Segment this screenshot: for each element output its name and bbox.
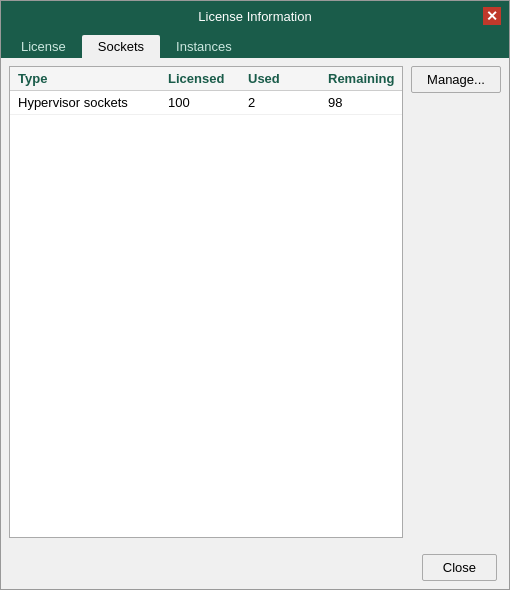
- col-remaining: Remaining: [328, 71, 403, 86]
- tab-instances[interactable]: Instances: [160, 35, 248, 58]
- table-header: Type Licensed Used Remaining: [10, 67, 402, 91]
- manage-button[interactable]: Manage...: [411, 66, 501, 93]
- footer: Close: [1, 546, 509, 589]
- data-table: Type Licensed Used Remaining Hypervisor …: [9, 66, 403, 538]
- close-icon[interactable]: ✕: [483, 7, 501, 25]
- cell-used: 2: [248, 95, 328, 110]
- dialog-title: License Information: [27, 9, 483, 24]
- cell-remaining: 98: [328, 95, 402, 110]
- table-body: Hypervisor sockets 100 2 98: [10, 91, 402, 537]
- col-licensed: Licensed: [168, 71, 248, 86]
- col-type: Type: [18, 71, 168, 86]
- cell-type: Hypervisor sockets: [18, 95, 168, 110]
- title-bar: License Information ✕: [1, 1, 509, 31]
- cell-licensed: 100: [168, 95, 248, 110]
- license-info-dialog: License Information ✕ License Sockets In…: [0, 0, 510, 590]
- table-row[interactable]: Hypervisor sockets 100 2 98: [10, 91, 402, 115]
- content-area: Type Licensed Used Remaining Hypervisor …: [1, 58, 509, 546]
- tab-bar: License Sockets Instances: [1, 31, 509, 58]
- side-buttons: Manage...: [411, 66, 501, 538]
- col-used: Used: [248, 71, 328, 86]
- tab-license[interactable]: License: [5, 35, 82, 58]
- tab-sockets[interactable]: Sockets: [82, 35, 160, 58]
- close-button[interactable]: Close: [422, 554, 497, 581]
